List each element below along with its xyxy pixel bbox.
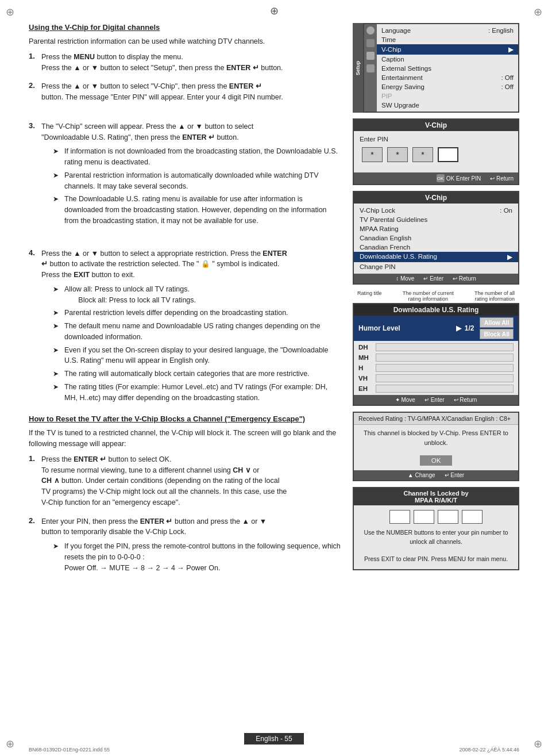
vchip-settings-title: V-Chip: [354, 192, 518, 204]
section1-heading: Using the V-Chip for Digital channels: [29, 23, 341, 32]
emergency-panel-group: Received Rating : TV-G/MPAA X/Canadian E…: [353, 412, 519, 481]
step-4-block: 4. Press the ▲ or ▼ button to select a a…: [29, 248, 341, 407]
pin-return-btn: ↩ Return: [490, 174, 514, 182]
menu-item-time[interactable]: Time: [377, 35, 518, 44]
locked-exit-message: Press EXIT to clear PIN. Press MENU for …: [354, 552, 518, 566]
rating-mh-label: MH: [358, 354, 372, 361]
pin-footer: OK OK Enter PIN ↩ Return: [354, 172, 518, 184]
menu-item-external[interactable]: External Settings: [377, 64, 518, 73]
settings-vchip-lock[interactable]: V-Chip Lock : On: [354, 206, 518, 215]
emergency-message: This channel is blocked by V-Chip. Press…: [354, 425, 518, 451]
menu-item-language[interactable]: Language : English: [377, 26, 518, 35]
emergency-footer: ▲ Change ↵ Enter: [354, 470, 518, 480]
s2-step-2-bullets: ➤ If you forget the PIN, press the remot…: [53, 541, 341, 573]
pin-box-1[interactable]: *: [362, 147, 383, 162]
step-4-text: Press the ▲ or ▼ button to select a appr…: [41, 250, 287, 279]
setup-tab-label: Setup: [353, 23, 363, 113]
block-all-button[interactable]: Block All: [480, 329, 514, 339]
settings-downloadable[interactable]: Downloadable U.S. Rating ▶: [354, 252, 518, 262]
rating-vh-label: VH: [358, 375, 372, 382]
settings-move: ↕ Move: [396, 275, 414, 282]
rating-row-eh[interactable]: EH: [354, 383, 518, 394]
step-4-bullets: ➤ Allow all: Press to unlock all TV rati…: [53, 284, 341, 404]
step-3-num: 3.: [29, 121, 39, 230]
footer-badge: English - 55: [244, 733, 303, 745]
vchip-pin-panel: V-Chip Enter PIN * * * OK OK En: [353, 118, 519, 185]
humor-row: Humor Level ▶ 1/2 Allow All Block All: [354, 316, 518, 341]
us-rating-footer: ✦ Move ↵ Enter ↩ Return: [354, 395, 518, 405]
settings-canadian-french[interactable]: Canadian French: [354, 243, 518, 252]
step-1-num: 1.: [29, 52, 39, 74]
bottom-right-info: 2008-02-22 ¿ÁÈÀ 5:44:46: [459, 747, 519, 753]
locked-panel-group: Channel Is Locked byMPAA R/A/K/T Use the…: [353, 487, 519, 570]
annotation-left: Rating title: [357, 290, 382, 302]
s2-step-1-text: Press the ENTER ↵ button to select OK. T…: [41, 455, 287, 506]
pin-box-4[interactable]: [438, 147, 458, 162]
settings-footer: ↕ Move ↵ Enter ↩ Return: [354, 274, 518, 283]
annotation-right: The number of allrating information: [474, 290, 515, 302]
pin-box-3[interactable]: *: [412, 147, 433, 162]
menu-item-vchip[interactable]: V-Chip ▶: [377, 44, 518, 55]
locked-title: Channel Is Locked byMPAA R/A/K/T: [354, 488, 518, 505]
s2-step-1-block: 1. Press the ENTER ↵ button to select OK…: [29, 454, 341, 508]
us-rating-title: Downloadable U.S. Rating: [354, 304, 518, 316]
step-2-text: Press the ▲ or ▼ button to select "V-Chi…: [41, 82, 283, 101]
received-rating-header: Received Rating : TV-G/MPAA X/Canadian E…: [354, 413, 518, 425]
rating-eh-label: EH: [358, 385, 372, 392]
bottom-left-info: BN68-01392D-01Eng-0221.indd 55: [29, 747, 110, 753]
locked-use-message: Use the NUMBER buttons to enter your pin…: [354, 526, 518, 549]
step-3-block: 3. The "V-Chip" screen will appear. Pres…: [29, 121, 341, 230]
setup-menu-panel: Setup Language: [353, 23, 519, 113]
step-1-block: 1. Press the MENU button to display the …: [29, 52, 341, 74]
settings-canadian-english[interactable]: Canadian English: [354, 233, 518, 243]
menu-item-entertainment[interactable]: Entertainment : Off: [377, 73, 518, 82]
rating-row-dh[interactable]: DH: [354, 342, 518, 352]
us-rating-enter: ↵ Enter: [424, 397, 445, 403]
us-rating-move: ✦ Move: [395, 397, 415, 403]
step-3-bullets: ➤ If information is not downloaded from …: [53, 146, 341, 226]
settings-mpaa[interactable]: MPAA Rating: [354, 224, 518, 233]
s2-step-2-block: 2. Enter your PIN, then press the ENTER …: [29, 516, 341, 577]
section2-heading: How to Reset the TV after the V-Chip Blo…: [29, 415, 341, 423]
rating-dh-label: DH: [358, 344, 372, 351]
step-2-num: 2.: [29, 81, 39, 103]
emergency-ok-button[interactable]: OK: [420, 455, 453, 466]
step-2-block: 2. Press the ▲ or ▼ button to select "V-…: [29, 81, 341, 103]
s2-step-2-num: 2.: [29, 516, 39, 577]
locked-pin-box-2[interactable]: [414, 510, 434, 524]
emergency-change: ▲ Change: [408, 472, 435, 478]
settings-return: ↩ Return: [453, 275, 476, 282]
settings-change-pin[interactable]: Change PIN: [354, 262, 518, 271]
emergency-enter: ↵ Enter: [445, 472, 465, 478]
rating-row-vh[interactable]: VH: [354, 373, 518, 383]
section1-intro: Parental restriction information can be …: [29, 36, 341, 47]
annotation-mid: The number of currentrating information: [403, 290, 454, 302]
humor-count: 1/2: [465, 324, 474, 332]
s2-step-2-text: Enter your PIN, then press the ENTER ↵ b…: [41, 517, 267, 536]
settings-tv-parental[interactable]: TV Parental Guidelines: [354, 215, 518, 224]
vchip-pin-title: V-Chip: [354, 120, 518, 131]
settings-enter: ↵ Enter: [423, 275, 443, 282]
menu-item-pip: PIP: [377, 91, 518, 101]
menu-item-energy[interactable]: Energy Saving : Off: [377, 82, 518, 91]
ok-icon: OK: [437, 174, 445, 182]
pin-boxes: * * *: [360, 147, 512, 162]
pin-box-2[interactable]: *: [387, 147, 408, 162]
s2-step-1-num: 1.: [29, 454, 39, 508]
humor-label: Humor Level: [358, 324, 400, 332]
step-1-text: Press the MENU button to display the men…: [41, 53, 283, 72]
menu-item-swupgrade[interactable]: SW Upgrade: [377, 101, 518, 110]
locked-pin-box-1[interactable]: [389, 510, 410, 524]
locked-pin-box-3[interactable]: [438, 510, 458, 524]
rating-row-h[interactable]: H: [354, 363, 518, 373]
section2-intro: If the TV is tuned to a restricted chann…: [29, 428, 341, 450]
allow-all-button[interactable]: Allow All: [480, 317, 514, 328]
step-4-num: 4.: [29, 248, 39, 407]
us-rating-panel-group: Rating title The number of currentrating…: [353, 290, 519, 406]
locked-pin-box-4[interactable]: [462, 510, 483, 524]
enter-pin-label: Enter PIN: [360, 136, 512, 143]
rating-h-label: H: [358, 364, 372, 371]
menu-item-caption[interactable]: Caption: [377, 55, 518, 64]
locked-pin-boxes: [354, 505, 518, 526]
rating-row-mh[interactable]: MH: [354, 352, 518, 363]
